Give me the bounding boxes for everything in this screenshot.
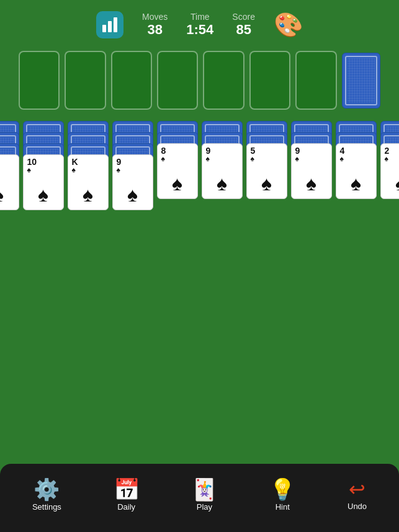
foundation-slot-2[interactable] (65, 51, 105, 110)
moves-label: Moves (142, 12, 168, 22)
time-stat: Time 1:54 (186, 12, 213, 38)
undo-label: Undo (347, 502, 367, 511)
score-value: 85 (236, 22, 251, 38)
score-stat: Score 85 (232, 12, 255, 38)
tableau-col-8[interactable]: 9♠♠ (291, 121, 332, 210)
hint-label: Hint (276, 502, 290, 512)
card-8-spades[interactable]: 8♠♠ (157, 143, 198, 199)
foundation-slot-5[interactable] (203, 51, 244, 110)
daily-button[interactable]: 📅 Daily (106, 474, 147, 516)
tableau-col-9[interactable]: 4♠♠ (336, 121, 377, 210)
tableau-col-7[interactable]: 5♠♠ (246, 121, 287, 210)
svg-rect-1 (108, 21, 112, 32)
undo-button[interactable]: ↩ Undo (340, 474, 374, 516)
card-8-spades[interactable]: 8♠♠ (0, 154, 19, 210)
tableau-col-6[interactable]: 9♠♠ (202, 121, 243, 210)
stock-pile[interactable] (342, 53, 380, 109)
foundation-slot-7[interactable] (295, 51, 336, 110)
palette-icon[interactable]: 🎨 (274, 13, 303, 37)
tableau-col-3[interactable]: K♠♠ (68, 121, 109, 210)
card-K-spades[interactable]: K♠♠ (68, 154, 109, 210)
game-header: Moves 38 Time 1:54 Score 85 🎨 (0, 0, 399, 45)
moves-stat: Moves 38 (142, 12, 168, 38)
card-2-spades[interactable]: 2♠♠ (380, 143, 400, 199)
tableau-col-4[interactable]: 9♠♠ (112, 121, 153, 210)
card-9-spades[interactable]: 9♠♠ (112, 154, 153, 210)
card-10-spades[interactable]: 10♠♠ (23, 154, 64, 210)
tableau-col-10[interactable]: 2♠♠ (380, 121, 400, 210)
card-9-spades[interactable]: 9♠♠ (291, 143, 332, 199)
foundation-slot-3[interactable] (111, 51, 152, 110)
time-value: 1:54 (186, 22, 213, 38)
moves-value: 38 (147, 22, 162, 38)
foundation-slot-6[interactable] (249, 51, 290, 110)
score-label: Score (232, 12, 255, 22)
time-label: Time (191, 12, 210, 22)
svg-rect-2 (114, 17, 117, 32)
stats-icon[interactable] (96, 11, 123, 38)
tableau-col-1[interactable]: 8♠♠ (0, 121, 19, 210)
hint-button[interactable]: 💡 Hint (262, 474, 303, 516)
play-button[interactable]: 🃏 Play (184, 474, 225, 516)
foundation-slot-4[interactable] (157, 51, 198, 110)
settings-label: Settings (32, 502, 61, 512)
svg-rect-0 (102, 25, 106, 32)
tableau-col-2[interactable]: 10♠♠ (23, 121, 64, 210)
tableau-col-5[interactable]: 8♠♠ (157, 121, 198, 210)
foundation-row (0, 45, 399, 116)
tableau: 8♠♠10♠♠K♠♠9♠♠8♠♠9♠♠5♠♠9♠♠4♠♠2♠♠ (0, 116, 399, 215)
card-5-spades[interactable]: 5♠♠ (246, 143, 287, 199)
card-4-spades[interactable]: 4♠♠ (336, 143, 377, 199)
foundation-slot-1[interactable] (19, 51, 60, 110)
bottom-bar: ⚙️ Settings 📅 Daily 🃏 Play 💡 Hint ↩ Undo (0, 464, 399, 532)
daily-label: Daily (117, 502, 135, 512)
play-label: Play (197, 502, 212, 512)
card-9-spades[interactable]: 9♠♠ (202, 143, 243, 199)
settings-button[interactable]: ⚙️ Settings (25, 474, 69, 516)
